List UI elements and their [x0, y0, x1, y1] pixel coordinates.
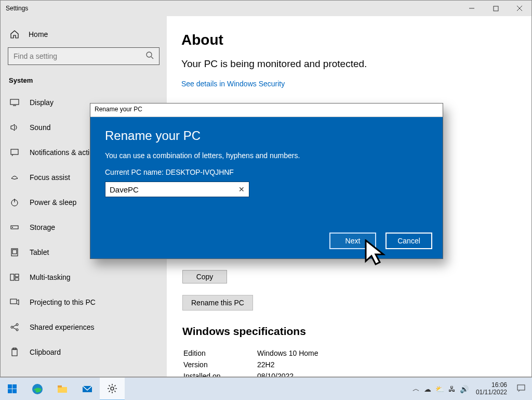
sidebar-item-clipboard[interactable]: Clipboard	[8, 342, 159, 362]
svg-point-12	[12, 227, 13, 228]
nav-label: Projecting to this PC	[30, 298, 96, 306]
shared-icon	[10, 322, 19, 332]
nav-label: Storage	[30, 223, 55, 231]
mouse-cursor	[365, 239, 391, 268]
svg-rect-6	[10, 99, 19, 105]
table-row: Installed on08/10/2022	[183, 371, 318, 377]
tablet-icon	[10, 248, 19, 257]
titlebar: Settings	[1, 1, 531, 16]
nav-label: Power & sleep	[30, 198, 76, 207]
sound-icon	[10, 123, 19, 132]
svg-rect-8	[11, 149, 18, 154]
dialog-help-text: You can use a combination of letters, hy…	[105, 151, 428, 160]
notifications-icon	[10, 148, 19, 157]
table-row: EditionWindows 10 Home	[183, 348, 318, 358]
sidebar-item-projecting[interactable]: Projecting to this PC	[8, 292, 159, 312]
current-pc-name-label: Current PC name: DESKTOP-IVQJHNF	[105, 168, 428, 176]
svg-rect-32	[58, 385, 62, 388]
svg-rect-18	[10, 299, 17, 304]
taskbar-mail[interactable]	[75, 378, 100, 401]
svg-rect-29	[12, 389, 17, 393]
focus-assist-icon	[10, 173, 19, 182]
svg-rect-27	[12, 384, 17, 389]
dialog-heading: Rename your PC	[105, 128, 428, 143]
clear-input-icon[interactable]: ✕	[238, 185, 245, 193]
copy-button[interactable]: Copy	[182, 270, 227, 283]
svg-rect-28	[8, 389, 12, 393]
nav-label: Multi-tasking	[30, 273, 71, 281]
svg-point-20	[16, 324, 18, 326]
minimize-button[interactable]	[460, 1, 484, 16]
window-title: Settings	[6, 5, 28, 12]
clock-date: 01/11/2022	[476, 389, 507, 396]
tray-volume-icon[interactable]: 🔊	[460, 385, 469, 393]
rename-pc-dialog: Rename your PC Rename your PC You can us…	[90, 103, 443, 259]
svg-rect-16	[15, 274, 19, 277]
start-button[interactable]	[0, 378, 25, 401]
svg-point-4	[147, 52, 152, 57]
windows-specs-heading: Windows specifications	[182, 325, 306, 338]
svg-line-5	[151, 57, 153, 59]
svg-rect-35	[517, 385, 525, 390]
home-icon	[10, 30, 19, 39]
power-icon	[10, 198, 19, 207]
svg-point-21	[16, 329, 18, 331]
svg-rect-14	[12, 250, 17, 254]
close-button[interactable]	[508, 1, 531, 16]
tray-onedrive-icon[interactable]: ☁	[424, 385, 431, 393]
nav-label: Display	[30, 98, 54, 107]
home-label: Home	[29, 30, 48, 38]
sidebar-item-multitasking[interactable]: Multi-tasking	[8, 267, 159, 287]
tray-chevron-icon[interactable]: ︿	[413, 384, 420, 394]
display-icon	[10, 98, 19, 107]
clock-time: 16:06	[476, 382, 507, 389]
svg-line-22	[13, 325, 16, 327]
svg-rect-17	[15, 278, 19, 280]
svg-point-19	[11, 326, 13, 328]
taskbar: ︿ ☁ ⛅ 🖧 🔊 16:06 01/11/2022	[0, 377, 532, 400]
window-controls	[460, 1, 531, 16]
svg-rect-26	[8, 384, 12, 389]
svg-rect-1	[494, 6, 498, 11]
storage-icon	[10, 223, 19, 232]
svg-point-34	[111, 387, 114, 390]
nav-label: Tablet	[30, 248, 49, 256]
security-link[interactable]: See details in Windows Security	[181, 80, 285, 88]
page-title: About	[181, 32, 517, 48]
nav-label: Shared experiences	[30, 323, 95, 331]
sidebar-section-title: System	[8, 76, 159, 84]
taskbar-file-explorer[interactable]	[50, 378, 75, 401]
taskbar-clock[interactable]: 16:06 01/11/2022	[476, 382, 507, 395]
svg-line-23	[13, 328, 16, 329]
nav-label: Clipboard	[30, 348, 61, 356]
clipboard-icon	[10, 347, 19, 357]
windows-specs-table: EditionWindows 10 Home Version22H2 Insta…	[182, 347, 320, 377]
pc-name-field[interactable]: ✕	[105, 182, 249, 197]
table-row: Version22H2	[183, 359, 318, 370]
system-tray[interactable]: ︿ ☁ ⛅ 🖧 🔊	[413, 384, 469, 394]
tray-network-icon[interactable]: 🖧	[448, 385, 456, 393]
action-center-button[interactable]	[514, 383, 528, 395]
search-icon	[145, 51, 154, 61]
search-input[interactable]	[14, 52, 138, 60]
svg-rect-15	[10, 274, 14, 280]
cancel-button[interactable]: Cancel	[385, 233, 432, 249]
search-box[interactable]	[8, 47, 159, 65]
projecting-icon	[10, 298, 19, 307]
rename-pc-button[interactable]: Rename this PC	[182, 295, 253, 311]
svg-rect-24	[12, 349, 17, 356]
sidebar-item-shared-experiences[interactable]: Shared experiences	[8, 317, 159, 337]
taskbar-settings[interactable]	[100, 378, 125, 401]
sidebar-item-home[interactable]: Home	[8, 27, 159, 47]
tray-weather-icon[interactable]: ⛅	[435, 385, 444, 393]
dialog-titlebar: Rename your PC	[90, 104, 443, 117]
protection-status: Your PC is being monitored and protected…	[181, 58, 517, 71]
svg-rect-31	[58, 387, 67, 393]
taskbar-edge[interactable]	[25, 378, 50, 401]
maximize-button[interactable]	[484, 1, 508, 16]
pc-name-input[interactable]	[110, 185, 229, 194]
multitasking-icon	[10, 273, 19, 282]
nav-label: Sound	[30, 123, 50, 132]
nav-label: Focus assist	[30, 173, 70, 182]
